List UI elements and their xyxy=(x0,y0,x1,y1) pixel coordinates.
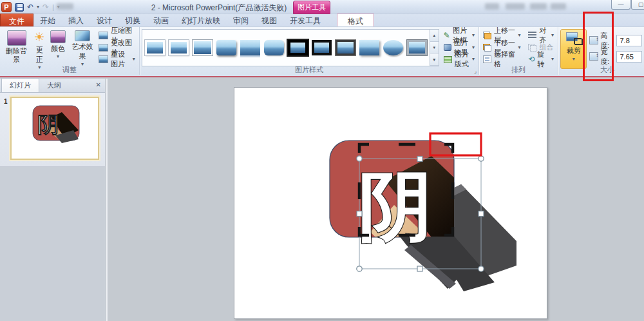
picture-style-thumbnail[interactable] xyxy=(287,32,309,63)
redacted-text xyxy=(530,3,547,10)
tab-home[interactable]: 开始 xyxy=(33,14,62,26)
selection-pane-button[interactable]: 选择窗格 xyxy=(481,54,522,65)
tab-format-active[interactable]: 格式 xyxy=(337,14,374,26)
artistic-effects-label: 艺术效果 xyxy=(71,42,94,61)
artistic-effects-button[interactable]: 艺术效果 ▾ xyxy=(68,28,97,67)
selection-handle[interactable] xyxy=(417,157,422,162)
pencil-icon: ✎ xyxy=(444,32,450,39)
tab-file[interactable]: 文件 xyxy=(0,14,33,26)
selection-handle[interactable] xyxy=(357,266,362,271)
slide-artwork: 阴 xyxy=(108,79,644,321)
effects-cube-icon xyxy=(444,44,451,51)
remove-background-label: 删除背景 xyxy=(4,47,29,63)
reset-picture-button[interactable]: 重设图片 ▾ xyxy=(97,54,137,65)
tab-slides[interactable]: 幻灯片 xyxy=(1,78,39,92)
tab-slideshow[interactable]: 幻灯片放映 xyxy=(175,14,227,26)
align-button[interactable]: 对齐 ▾ xyxy=(526,30,556,41)
reset-picture-icon xyxy=(99,55,108,63)
picture-style-thumbnail[interactable] xyxy=(215,32,238,63)
picture-style-thumbnail[interactable] xyxy=(239,32,261,63)
color-icon xyxy=(50,30,66,43)
selection-handle[interactable] xyxy=(357,156,362,161)
window-controls: — ▢ xyxy=(611,0,644,10)
color-label: 颜色 xyxy=(51,44,65,54)
undo-icon[interactable]: ↶ xyxy=(27,3,33,11)
group-label-arrange: 排列 xyxy=(479,65,558,75)
picture-style-thumbnail[interactable] xyxy=(310,32,333,63)
tab-developer[interactable]: 开发工具 xyxy=(283,14,327,26)
tab-design[interactable]: 设计 xyxy=(90,14,118,26)
redo-icon: ↷ xyxy=(43,3,49,11)
corrections-button[interactable]: ☀ 更正 ▾ xyxy=(31,28,48,67)
group-adjust: 删除背景 ☀ 更正 ▾ 颜色 ▾ 艺术效果 ▾ 压缩图片 xyxy=(0,27,140,75)
picture-style-thumbnail[interactable] xyxy=(167,32,190,63)
selection-handle[interactable] xyxy=(357,211,362,217)
crop-icon xyxy=(566,32,582,44)
picture-style-thumbnail[interactable] xyxy=(144,32,166,63)
chevron-down-icon: ▾ xyxy=(518,33,520,38)
align-icon xyxy=(528,32,536,39)
dialog-launcher-icon[interactable]: ⌟ xyxy=(474,68,477,74)
chevron-down-icon: ▾ xyxy=(472,57,475,62)
chevron-down-icon: ▾ xyxy=(472,33,475,38)
qat-separator: | xyxy=(52,4,54,11)
width-input[interactable]: 7.65 xyxy=(616,51,642,63)
selection-pane-icon xyxy=(483,55,491,63)
picture-style-thumbnail[interactable] xyxy=(358,32,381,63)
redacted-text xyxy=(506,3,525,10)
tab-transitions[interactable]: 切换 xyxy=(118,14,147,26)
rotate-icon: ⟲ xyxy=(528,55,535,63)
picture-tools-contextual-label: 图片工具 xyxy=(293,1,330,14)
group-label-picture-styles: 图片样式 xyxy=(140,65,478,75)
slide-thumbnail-row: 1 阴 xyxy=(0,93,105,167)
ribbon-tab-row: 文件 开始 插入 设计 切换 动画 幻灯片放映 审阅 视图 开发工具 格式 xyxy=(0,14,644,27)
gallery-more-icon[interactable]: ▼ xyxy=(430,54,439,66)
selection-handle[interactable] xyxy=(478,156,484,161)
tab-outline[interactable]: 大纲 xyxy=(39,79,69,92)
selection-handle[interactable] xyxy=(478,266,484,271)
rotate-button[interactable]: ⟲ 旋转 ▾ xyxy=(526,54,556,65)
minimize-button[interactable]: — xyxy=(611,0,630,10)
undo-dropdown-icon[interactable]: ▾ xyxy=(37,5,39,10)
picture-style-thumbnail[interactable] xyxy=(382,32,404,63)
remove-background-button[interactable]: 删除背景 xyxy=(2,28,31,67)
arrange-columns: 上移一层 ▾ 下移一层 ▾ 选择窗格 xyxy=(481,28,556,67)
redacted-text xyxy=(57,3,73,10)
picture-style-thumbnail[interactable] xyxy=(191,32,214,63)
tab-view[interactable]: 视图 xyxy=(255,14,283,26)
slides-pane-tabs: 幻灯片 大纲 ✕ xyxy=(0,79,105,93)
chevron-down-icon: ▾ xyxy=(57,54,59,59)
chevron-down-icon: ▾ xyxy=(551,33,554,38)
group-objects-icon xyxy=(528,44,536,52)
height-input[interactable]: 7.8 xyxy=(616,35,642,46)
close-icon[interactable]: ✕ xyxy=(96,81,101,88)
powerpoint-icon[interactable]: P xyxy=(1,2,12,12)
slide-canvas: 阴 xyxy=(108,79,644,321)
redacted-text xyxy=(551,3,566,10)
color-button[interactable]: 颜色 ▾ xyxy=(48,28,68,67)
change-picture-icon xyxy=(99,44,108,52)
gallery-scroll-down-icon[interactable]: ▾ xyxy=(430,42,439,54)
picture-style-thumbnail[interactable] xyxy=(406,32,428,63)
selection-handle[interactable] xyxy=(417,266,422,271)
maximize-button[interactable]: ▢ xyxy=(631,0,644,10)
save-icon[interactable] xyxy=(15,3,24,12)
tab-review[interactable]: 审阅 xyxy=(227,14,255,26)
gallery-scroll-up-icon[interactable]: ▴ xyxy=(430,30,439,42)
send-backward-icon xyxy=(483,44,491,52)
picture-style-thumbnail[interactable] xyxy=(334,32,357,63)
crop-label: 裁剪 xyxy=(567,46,581,55)
remove-background-icon xyxy=(7,30,26,46)
group-arrange: 上移一层 ▾ 下移一层 ▾ 选择窗格 xyxy=(479,27,558,75)
tab-animations[interactable]: 动画 xyxy=(147,14,175,26)
redacted-text xyxy=(485,3,499,10)
picture-layout-button[interactable]: 图片版式 ▾ xyxy=(442,54,477,65)
arrange-column-1: 上移一层 ▾ 下移一层 ▾ 选择窗格 xyxy=(481,28,522,67)
slide-thumbnail[interactable]: 阴 xyxy=(10,97,99,160)
tab-insert[interactable]: 插入 xyxy=(62,14,90,26)
corrections-label: 更正 xyxy=(33,45,45,64)
picture-style-thumbnail[interactable] xyxy=(263,32,285,63)
chevron-down-icon: ▾ xyxy=(133,57,135,62)
selection-handle[interactable] xyxy=(478,211,484,217)
picture-glyph[interactable]: 阴 xyxy=(358,164,433,248)
